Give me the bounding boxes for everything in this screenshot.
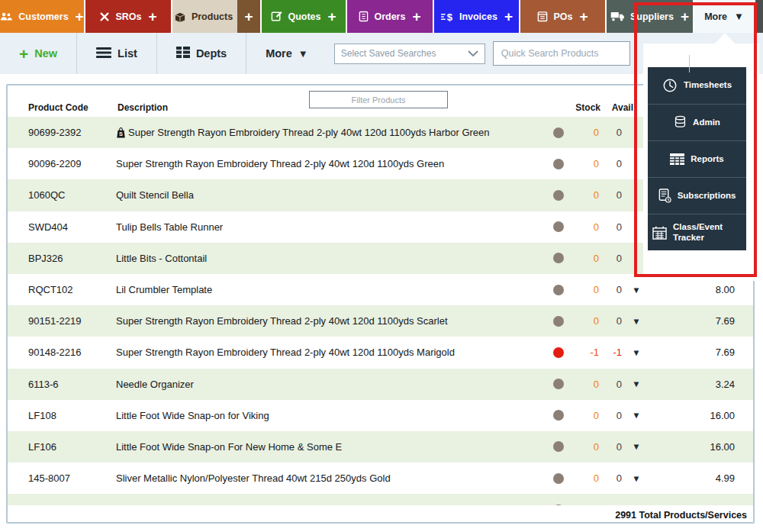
- avail-cell: 0: [599, 221, 622, 233]
- calendar-icon: [652, 226, 667, 240]
- list-icon: [96, 47, 111, 60]
- saved-searches-select[interactable]: Select Saved Searches: [334, 44, 485, 64]
- nav-tab-pos[interactable]: POs +: [520, 0, 605, 33]
- nav-tab-plus-button[interactable]: +: [579, 9, 588, 24]
- shopify-bag-icon: S: [116, 127, 126, 139]
- header-stock: Stock: [575, 102, 600, 113]
- avail-cell: 0: [599, 441, 622, 453]
- chevron-down-icon: [468, 48, 478, 59]
- saved-searches-placeholder: Select Saved Searches: [341, 48, 436, 59]
- menu-item-admin[interactable]: Admin: [648, 104, 746, 140]
- table-row[interactable]: LF108 Little Foot Wide Snap-on for Vikin…: [8, 400, 753, 431]
- stock-status-icon: [553, 159, 564, 169]
- row-dropdown-caret[interactable]: ▼: [622, 317, 651, 326]
- report-icon: [670, 153, 684, 165]
- row-dropdown-caret[interactable]: ▼: [622, 379, 651, 389]
- nav-tab-quotes[interactable]: Quotes +: [262, 0, 346, 33]
- nav-tab-label: Suppliers: [630, 11, 674, 22]
- menu-item-reports[interactable]: Reports: [648, 140, 746, 177]
- table-row[interactable]: 90151-2219 Super Strength Rayon Embroide…: [8, 305, 753, 337]
- product-code-cell: SWD404: [8, 221, 116, 233]
- nav-tab-plus-button[interactable]: +: [681, 9, 689, 24]
- nav-tab-plus-button[interactable]: +: [237, 0, 260, 33]
- menu-item-timesheets[interactable]: Timesheets: [648, 67, 746, 104]
- row-dropdown-caret[interactable]: ▼: [622, 285, 651, 295]
- nav-tab-plus-button[interactable]: +: [504, 9, 513, 24]
- table-row[interactable]: 6113-6 Needle Organizer 0 0 ▼ 3.24: [8, 369, 753, 400]
- nav-tab-sros[interactable]: SROs +: [85, 0, 171, 33]
- quick-search-input[interactable]: [493, 41, 630, 66]
- nav-tab-suppliers[interactable]: Suppliers +: [607, 0, 693, 33]
- product-rows: 90699-2392 S Super Strength Rayon Embroi…: [8, 117, 753, 505]
- product-code-cell: 1060QC: [8, 189, 116, 201]
- row-dropdown-caret[interactable]: ▼: [622, 411, 651, 420]
- description-text: Tulip Bells Table Runner: [116, 221, 223, 233]
- dropdown-caret-up-icon: [714, 33, 736, 44]
- table-row[interactable]: LF106 Little Foot Wide Snap-on For New H…: [8, 431, 753, 463]
- top-nav: Customers + SROs + Products + Quotes + O…: [0, 0, 763, 33]
- product-code-cell: 90151-2219: [8, 315, 116, 327]
- filter-products-input[interactable]: [309, 91, 448, 108]
- table-row[interactable]: 90699-2392 S Super Strength Rayon Embroi…: [8, 117, 753, 148]
- nav-tab-label: Quotes: [288, 11, 320, 22]
- nav-tab-plus-button[interactable]: +: [412, 9, 420, 24]
- description-cell: Little Foot Wide Snap-on For New Home & …: [116, 441, 542, 453]
- stock-cell: 0: [575, 410, 599, 421]
- nav-tab-customers[interactable]: Customers +: [0, 0, 84, 33]
- description-text: Super Strength Rayon Embroidery Thread 2…: [128, 127, 490, 138]
- nav-tab-plus-button[interactable]: +: [327, 9, 336, 24]
- row-dropdown-caret[interactable]: ▼: [622, 442, 651, 451]
- nav-tab-icon: [537, 11, 548, 22]
- nav-tab-plus-button[interactable]: +: [76, 9, 84, 24]
- description-cell: Lil Crumbler Template: [116, 284, 542, 295]
- description-text: Super Strength Rayon Embroidery Thread 2…: [116, 158, 444, 169]
- nav-tab-products[interactable]: Products +: [172, 0, 260, 33]
- description-cell: Sliver Metallic Nylon/Polyester Thread 4…: [116, 472, 542, 484]
- header-description: Description: [118, 102, 168, 113]
- nav-tab-plus-button[interactable]: +: [148, 9, 156, 24]
- stock-cell: -1: [575, 347, 599, 358]
- chevron-down-icon: ▼: [298, 48, 308, 60]
- table-row[interactable]: 90096-2209 Super Strength Rayon Embroide…: [8, 148, 753, 179]
- nav-tab-label: More: [704, 11, 727, 22]
- table-row[interactable]: 145-8007 Sliver Metallic Nylon/Polyester…: [8, 463, 753, 494]
- description-cell: Tulip Bells Table Runner: [116, 221, 542, 233]
- menu-item-label: Timesheets: [684, 80, 732, 91]
- list-button-label: List: [118, 47, 137, 60]
- menu-item-class-event-tracker[interactable]: Class/Event Tracker: [648, 214, 746, 250]
- avail-cell: 0: [599, 158, 622, 169]
- clock-icon: [662, 78, 678, 93]
- nav-tab-invoices[interactable]: $ Invoices +: [434, 0, 519, 33]
- stock-cell: 0: [575, 315, 599, 327]
- nav-tab-label: Products: [192, 11, 233, 22]
- new-button[interactable]: + New: [0, 33, 77, 74]
- stock-status-icon: [553, 253, 564, 263]
- description-cell: Super Strength Rayon Embroidery Thread 2…: [116, 315, 542, 327]
- table-row[interactable]: 90148-2216 Super Strength Rayon Embroide…: [8, 337, 753, 368]
- avail-cell: 0: [599, 315, 622, 327]
- description-cell: S Super Strength Rayon Embroidery Thread…: [116, 127, 542, 139]
- list-button[interactable]: List: [77, 33, 157, 74]
- product-code-cell: 145-8007: [8, 472, 116, 484]
- toolbar-more-button[interactable]: More ▼: [246, 33, 327, 74]
- table-row[interactable]: BPJ326 Little Bits - Cottontail 0 0: [8, 243, 753, 274]
- menu-item-subscriptions[interactable]: Subscriptions: [648, 177, 746, 214]
- nav-tab-more[interactable]: More ▼: [694, 0, 754, 33]
- depts-button[interactable]: Depts: [157, 33, 246, 74]
- stock-status-icon: [553, 473, 564, 484]
- table-row[interactable]: SWD404 Tulip Bells Table Runner 0 0: [8, 211, 753, 243]
- table-row[interactable]: RQCT102 Lil Crumbler Template 0 0 ▼ 8.00: [8, 274, 753, 305]
- table-row[interactable]: 145-8003 Sliver Metallic Nylon/Polyester…: [8, 494, 753, 505]
- row-dropdown-caret[interactable]: ▼: [622, 348, 651, 357]
- stock-cell: 0: [575, 221, 599, 233]
- table-row[interactable]: 1060QC Quilt Stencil Bella 0 0: [8, 179, 753, 211]
- price-cell: 16.00: [651, 410, 735, 421]
- nav-tab-label: Invoices: [459, 11, 497, 22]
- total-products-label: 2991 Total Products/Services: [615, 510, 747, 521]
- row-dropdown-caret[interactable]: ▼: [622, 474, 651, 483]
- nav-tab-orders[interactable]: Orders +: [347, 0, 433, 33]
- price-cell: 8.00: [651, 284, 735, 295]
- menu-item-label: Class/Event Tracker: [673, 222, 742, 243]
- avail-cell: 0: [599, 472, 622, 484]
- nav-tab-label: Orders: [374, 11, 405, 22]
